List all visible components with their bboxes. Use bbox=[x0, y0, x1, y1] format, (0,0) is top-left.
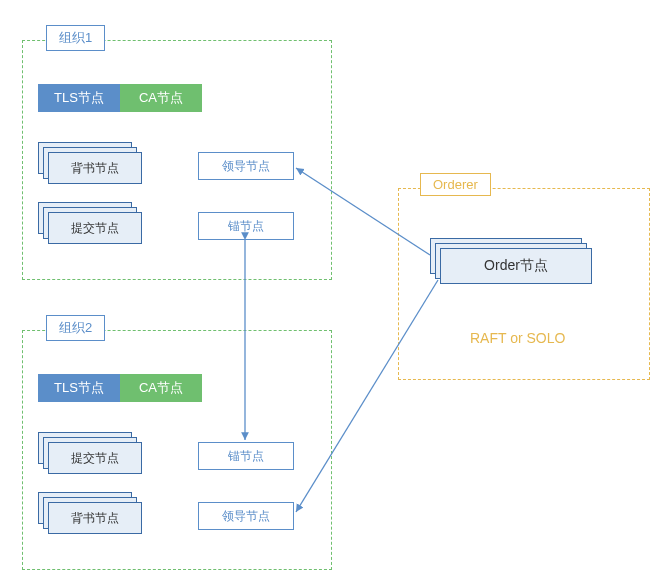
org2-endorse-label: 背书节点 bbox=[48, 502, 142, 534]
org2-commit-label: 提交节点 bbox=[48, 442, 142, 474]
org1-title: 组织1 bbox=[46, 25, 105, 51]
org1-leader-node: 领导节点 bbox=[198, 152, 294, 180]
org1-endorse-label: 背书节点 bbox=[48, 152, 142, 184]
orderer-title: Orderer bbox=[420, 173, 491, 196]
org2-leader-node: 领导节点 bbox=[198, 502, 294, 530]
org2-anchor-node: 锚节点 bbox=[198, 442, 294, 470]
org1-ca-node: CA节点 bbox=[120, 84, 202, 112]
org1-tls-node: TLS节点 bbox=[38, 84, 120, 112]
org2-ca-node: CA节点 bbox=[120, 374, 202, 402]
orderer-consensus: RAFT or SOLO bbox=[470, 330, 565, 346]
orderer-node-label: Order节点 bbox=[440, 248, 592, 284]
org1-commit-label: 提交节点 bbox=[48, 212, 142, 244]
orderer-container bbox=[398, 188, 650, 380]
org1-anchor-node: 锚节点 bbox=[198, 212, 294, 240]
org2-tls-node: TLS节点 bbox=[38, 374, 120, 402]
org2-title: 组织2 bbox=[46, 315, 105, 341]
